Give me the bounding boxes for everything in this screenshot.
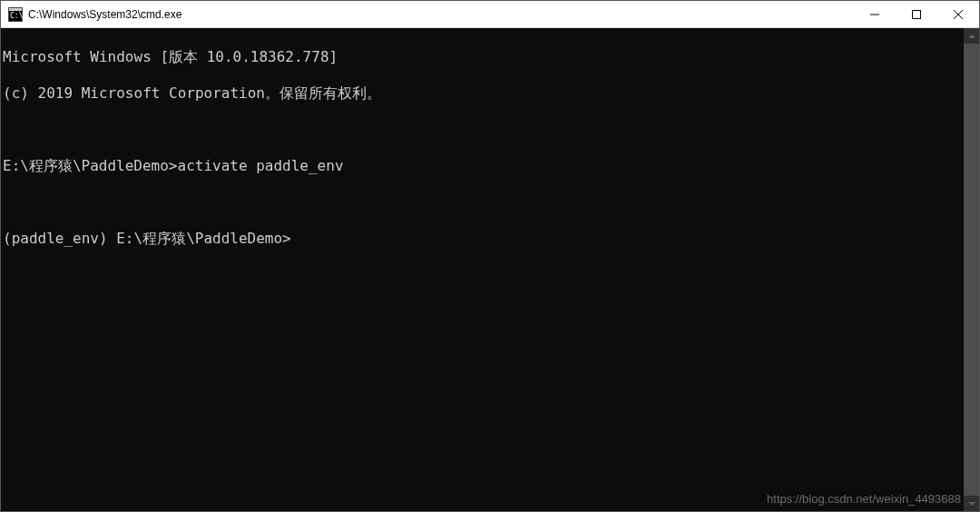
minimize-button[interactable] [854,1,896,27]
window-title: C:\Windows\System32\cmd.exe [28,8,854,21]
scrollbar[interactable] [964,28,979,511]
terminal-line [3,193,964,212]
titlebar[interactable]: C:\ C:\Windows\System32\cmd.exe [1,1,979,28]
scrollbar-thumb[interactable] [964,44,979,496]
terminal-body[interactable]: Microsoft Windows [版本 10.0.18362.778] (c… [1,28,979,511]
scrollbar-down-button[interactable] [964,496,979,511]
close-button[interactable] [937,1,979,27]
window-controls [854,1,979,27]
cmd-window: C:\ C:\Windows\System32\cmd.exe Microsof… [0,0,980,512]
terminal-content[interactable]: Microsoft Windows [版本 10.0.18362.778] (c… [1,28,964,511]
terminal-prompt: (paddle_env) E:\程序猿\PaddleDemo> [3,230,964,248]
svg-rect-4 [913,10,921,18]
cursor [291,232,299,247]
terminal-line: Microsoft Windows [版本 10.0.18362.778] [3,48,964,66]
terminal-line: (c) 2019 Microsoft Corporation。保留所有权利。 [3,84,964,103]
scrollbar-up-button[interactable] [964,28,979,44]
maximize-button[interactable] [896,1,937,27]
terminal-line: E:\程序猿\PaddleDemo>activate paddle_env [3,157,964,175]
terminal-line [3,121,964,139]
watermark: https://blog.csdn.net/weixin_4493688 [767,492,961,506]
cmd-icon: C:\ [8,7,23,22]
svg-text:C:\: C:\ [10,12,23,20]
svg-rect-1 [9,8,22,11]
